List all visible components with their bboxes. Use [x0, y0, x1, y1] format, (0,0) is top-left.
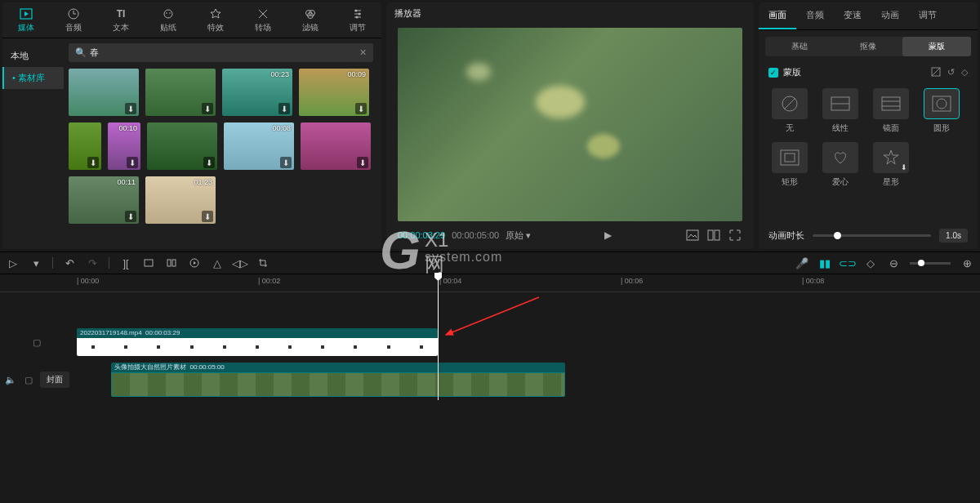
props-tab-picture[interactable]: 画面 [759, 2, 796, 29]
zoom-slider[interactable] [918, 260, 924, 266]
subtab-cutout[interactable]: 抠像 [834, 37, 902, 56]
media-tab-sticker[interactable]: 贴纸 [145, 2, 192, 38]
download-icon[interactable]: ⬇ [357, 157, 368, 168]
download-icon[interactable]: ⬇ [278, 103, 290, 114]
clip-mask[interactable]: 2022031719148.mp4 00:00:03:29 [77, 328, 438, 356]
mask-rect[interactable]: 矩形 [768, 142, 811, 188]
media-tab-media[interactable]: 媒体 [2, 2, 50, 38]
download-icon[interactable]: ⬇ [125, 103, 136, 114]
svg-point-3 [164, 10, 172, 18]
mask-none[interactable]: 无 [768, 88, 811, 134]
media-tab-transition[interactable]: 转场 [239, 2, 287, 38]
props-tab-adjust[interactable]: 调节 [909, 2, 947, 29]
thumb-item[interactable]: ⬇ [69, 122, 101, 170]
download-icon[interactable]: ⬇ [280, 157, 292, 168]
reverse-icon[interactable]: △ [211, 256, 224, 269]
invert-icon[interactable] [931, 67, 941, 78]
mirror-icon[interactable]: ◁▷ [234, 256, 247, 269]
download-icon[interactable]: ⬇ [127, 157, 138, 168]
keyframe-icon[interactable]: ◇ [961, 67, 968, 78]
cover-button[interactable]: 封面 [40, 372, 69, 388]
svg-line-17 [784, 98, 795, 109]
link-icon[interactable]: ◇ [864, 256, 877, 269]
thumb-item[interactable]: 00:08⬇ [224, 122, 294, 170]
chevron-down-icon[interactable]: ▾ [29, 256, 42, 269]
anim-label: 动画时长 [768, 229, 804, 242]
clip-video[interactable]: 头像拍摄大自然照片素材 00:00:05:00 [111, 363, 565, 397]
magnet-aux-icon[interactable]: ⊂⊃ [841, 256, 854, 269]
sidebar-item-library[interactable]: • 素材库 [2, 67, 64, 89]
mask-checkbox[interactable]: ✓ [768, 68, 778, 78]
thumb-item[interactable]: ⬇ [145, 69, 216, 116]
media-tab-audio[interactable]: 音频 [50, 2, 97, 38]
duration-value[interactable]: 1.0s [939, 229, 968, 243]
mask-linear[interactable]: 线性 [819, 88, 862, 134]
audio-icon [67, 7, 80, 20]
pointer-icon[interactable]: ▷ [7, 256, 20, 269]
timeline-ruler[interactable]: | 00:00 | 00:02 | 00:04 | 00:06 | 00:08 [0, 274, 980, 292]
track-visible-icon[interactable]: ▢ [22, 373, 35, 386]
mask-mirror[interactable]: 镜面 [870, 88, 912, 134]
media-tab-fx[interactable]: 特效 [192, 2, 239, 38]
svg-rect-29 [172, 260, 176, 266]
thumb-item[interactable]: ⬇ [301, 122, 371, 170]
player-controls: 00:00:03:29 00:00:05:00 原始 ▾ ▶ [386, 225, 754, 249]
magnet-main-icon[interactable]: ▮▮ [818, 256, 831, 269]
props-tab-anim[interactable]: 动画 [871, 2, 909, 29]
cut-right-icon[interactable] [165, 256, 178, 269]
undo-icon[interactable]: ↶ [63, 256, 76, 269]
subtab-basic[interactable]: 基础 [765, 37, 834, 56]
thumb-item[interactable]: 01:23⬇ [145, 176, 216, 224]
mask-header: ✓ 蒙版 ↺ ◇ [759, 63, 978, 82]
mask-star[interactable]: ⬇星形 [870, 142, 912, 188]
split-icon[interactable]: ]​[ [119, 256, 132, 269]
reset-icon[interactable]: ↺ [947, 67, 955, 78]
track-mute-icon[interactable]: 🔈 [4, 373, 17, 386]
props-subtabs: 基础 抠像 蒙版 [765, 37, 971, 56]
download-icon[interactable]: ⬇ [87, 157, 99, 168]
crop-icon[interactable] [256, 256, 270, 269]
cut-left-icon[interactable] [142, 256, 155, 269]
clear-icon[interactable]: ✕ [359, 47, 367, 58]
download-icon[interactable]: ⬇ [355, 103, 367, 114]
snapshot-icon[interactable] [685, 228, 700, 243]
props-tabs: 画面 音频 变速 动画 调节 [759, 2, 978, 30]
thumb-grid: ⬇ ⬇ 00:23⬇ 00:09⬇ ⬇ 00:10⬇ ⬇ 00:08⬇ ⬇ 00… [64, 69, 381, 224]
fullscreen-icon[interactable] [728, 228, 742, 243]
mic-icon[interactable]: 🎤 [795, 256, 808, 269]
download-icon[interactable]: ⬇ [202, 103, 213, 114]
redo-icon[interactable]: ↷ [86, 256, 99, 269]
duration-slider[interactable] [813, 234, 931, 237]
freeze-icon[interactable] [188, 256, 201, 269]
thumb-item[interactable]: 00:09⬇ [299, 69, 369, 116]
download-icon[interactable]: ⬇ [202, 211, 213, 222]
mask-circle[interactable]: 圆形 [920, 88, 963, 134]
download-icon[interactable]: ⬇ [203, 157, 215, 168]
search-bar[interactable]: 🔍 ✕ [69, 43, 373, 62]
track-lock-icon[interactable]: ▢ [30, 336, 43, 349]
props-tab-audio[interactable]: 音频 [796, 2, 834, 29]
thumb-item[interactable]: ⬇ [69, 69, 139, 116]
zoom-in-icon[interactable]: ⊕ [960, 256, 973, 269]
thumb-item[interactable]: ⬇ [147, 122, 217, 170]
media-tab-label: 音频 [65, 22, 82, 33]
media-tab-text[interactable]: TI 文本 [97, 2, 145, 38]
zoom-out-icon[interactable]: ⊖ [887, 256, 900, 269]
media-tab-filter[interactable]: 滤镜 [287, 2, 334, 38]
subtab-mask[interactable]: 蒙版 [902, 37, 971, 56]
media-tab-adjust[interactable]: 调节 [334, 2, 381, 38]
compare-icon[interactable] [706, 228, 721, 243]
thumb-item[interactable]: 00:11⬇ [69, 176, 139, 224]
playhead[interactable] [438, 274, 439, 400]
player-view[interactable] [398, 28, 742, 221]
ratio-picker[interactable]: 原始 ▾ [506, 229, 531, 242]
search-input[interactable] [90, 48, 359, 58]
download-icon[interactable]: ⬇ [125, 211, 136, 222]
sidebar-item-local[interactable]: 本地 [2, 45, 64, 67]
svg-rect-27 [145, 260, 153, 266]
thumb-item[interactable]: 00:23⬇ [222, 69, 292, 116]
mask-heart[interactable]: 爱心 [819, 142, 862, 188]
play-icon[interactable]: ▶ [601, 228, 616, 243]
thumb-item[interactable]: 00:10⬇ [108, 122, 140, 170]
props-tab-speed[interactable]: 变速 [834, 2, 871, 29]
